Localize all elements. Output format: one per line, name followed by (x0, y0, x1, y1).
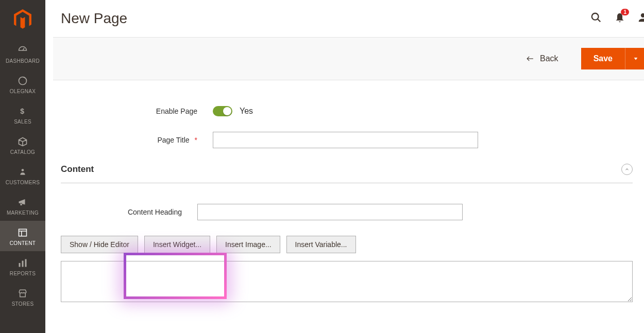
magento-logo[interactable] (0, 0, 45, 39)
reports-icon (18, 257, 27, 269)
content-section-header[interactable]: Content (61, 164, 633, 183)
search-icon[interactable] (590, 12, 602, 25)
dashboard-icon (17, 45, 28, 56)
content-heading-input[interactable] (197, 204, 463, 220)
nav-label: REPORTS (10, 271, 36, 276)
nav-catalog[interactable]: CATALOG (0, 130, 45, 160)
nav-label: OLEGNAX (10, 89, 36, 94)
svg-point-3 (22, 169, 24, 171)
insert-image-button[interactable]: Insert Image... (216, 236, 280, 253)
insert-widget-button[interactable]: Insert Widget... (144, 236, 210, 253)
svg-text:$: $ (20, 107, 24, 115)
svg-rect-8 (22, 261, 24, 267)
page-title-row: Page Title * (61, 132, 644, 148)
action-bar: Back Save (53, 37, 644, 80)
nav-marketing[interactable]: MARKETING (0, 190, 45, 221)
back-label: Back (540, 54, 558, 63)
save-dropdown[interactable] (625, 48, 644, 69)
stores-icon (18, 288, 28, 299)
toggle-knob (223, 107, 231, 115)
enable-page-row: Enable Page Yes (61, 106, 644, 116)
content-editor[interactable] (61, 261, 633, 302)
nav-sales[interactable]: $ SALES (0, 99, 45, 130)
marketing-icon (18, 197, 28, 208)
admin-sidebar: DASHBOARD OLEGNAX $ SALES CATALOG CUSTOM… (0, 0, 45, 333)
nav-label: SALES (14, 119, 31, 125)
svg-line-11 (598, 19, 601, 22)
page-title: New Page (61, 10, 590, 27)
svg-rect-9 (25, 259, 27, 267)
svg-rect-7 (19, 263, 21, 267)
nav-label: STORES (12, 301, 34, 307)
olegnax-icon (18, 75, 28, 86)
nav-stores[interactable]: STORES (0, 282, 45, 312)
editor-toolbar: Show / Hide Editor Insert Widget... Inse… (61, 236, 633, 253)
nav-label: CATALOG (10, 149, 35, 155)
page-title-input[interactable] (213, 132, 478, 148)
nav-reports[interactable]: REPORTS (0, 251, 45, 282)
nav-dashboard[interactable]: DASHBOARD (0, 39, 45, 69)
enable-page-value: Yes (240, 107, 253, 116)
nav-content[interactable]: CONTENT (0, 221, 45, 251)
nav-customers[interactable]: CUSTOMERS (0, 160, 45, 190)
nav-label: MARKETING (7, 210, 39, 216)
content-section: Content Content Heading Show / Hide Edit… (61, 164, 633, 304)
content-icon (18, 227, 28, 238)
svg-marker-14 (634, 58, 637, 60)
customers-icon (19, 166, 26, 178)
page-header: New Page 1 (45, 0, 644, 32)
main-content: New Page 1 Back Save Enabl (45, 0, 644, 333)
insert-variable-button[interactable]: Insert Variable... (286, 236, 356, 253)
save-split-button: Save (581, 48, 644, 69)
required-indicator: * (195, 136, 197, 144)
nav-olegnax[interactable]: OLEGNAX (0, 69, 45, 99)
svg-point-12 (641, 13, 644, 17)
content-heading-row: Content Heading (61, 204, 633, 220)
content-heading-label: Content Heading (61, 208, 197, 216)
content-section-title: Content (61, 164, 94, 174)
back-button[interactable]: Back (519, 50, 565, 67)
sales-icon: $ (19, 106, 26, 117)
nav-label: CONTENT (10, 240, 36, 246)
page-title-label: Page Title (157, 136, 189, 144)
chevron-up-icon (621, 164, 633, 175)
svg-point-10 (592, 13, 599, 20)
catalog-icon (18, 136, 28, 147)
save-button[interactable]: Save (581, 48, 625, 69)
nav-label: DASHBOARD (6, 58, 40, 64)
notification-badge: 1 (621, 9, 629, 15)
notifications-icon[interactable]: 1 (615, 12, 625, 25)
svg-rect-4 (19, 229, 27, 236)
account-icon[interactable] (638, 12, 644, 25)
toggle-editor-button[interactable]: Show / Hide Editor (61, 236, 138, 253)
enable-page-label: Enable Page (61, 107, 213, 115)
form-area: Enable Page Yes Page Title * Content Con… (45, 80, 644, 314)
nav-label: CUSTOMERS (6, 180, 40, 185)
enable-page-toggle[interactable] (213, 106, 232, 116)
